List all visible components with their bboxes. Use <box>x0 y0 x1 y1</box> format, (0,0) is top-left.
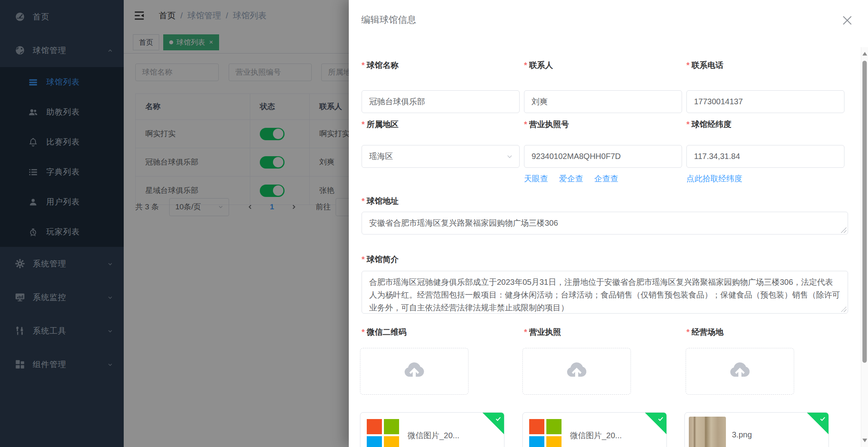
license-no-input[interactable] <box>524 145 682 168</box>
premises-upload-dropzone[interactable] <box>686 348 794 395</box>
required-mark: * <box>362 120 365 129</box>
field-label-wechat-qr: *微信二维码 <box>362 327 407 338</box>
check-icon <box>495 415 502 422</box>
tianyancha-link[interactable]: 天眼查 <box>524 173 548 184</box>
file-thumbnail <box>689 417 726 447</box>
field-label-region: *所属地区 <box>362 119 399 130</box>
aiqicha-link[interactable]: 爱企查 <box>559 173 583 184</box>
file-thumbnail <box>364 417 401 447</box>
cloud-upload-icon <box>564 359 589 384</box>
resize-handle-icon[interactable] <box>841 306 846 312</box>
required-mark: * <box>362 255 365 264</box>
required-mark: * <box>362 197 365 205</box>
drawer-scrollbar <box>861 47 868 447</box>
scroll-down-arrow[interactable] <box>862 439 867 442</box>
required-mark: * <box>686 61 690 70</box>
required-mark: * <box>686 120 690 129</box>
pick-latlng-link[interactable]: 点此拾取经纬度 <box>686 173 742 184</box>
app-root: 首页 球馆管理 球馆列表 助教列表 <box>0 0 868 447</box>
close-icon[interactable] <box>841 14 853 26</box>
business-license-upload-dropzone[interactable] <box>522 348 631 395</box>
phone-input[interactable] <box>686 90 844 113</box>
intro-textarea[interactable]: 合肥市瑶海区冠驰健身俱乐部成立于2023年05月31日，注册地位于安徽省合肥市瑶… <box>362 271 848 314</box>
uploaded-file-card[interactable]: 微信图片_20... <box>522 412 667 447</box>
resize-handle-icon[interactable] <box>841 227 846 233</box>
contact-input[interactable] <box>524 90 682 113</box>
field-label-contact: *联系人 <box>524 60 553 71</box>
uploaded-file-card[interactable]: 3.png <box>684 412 829 447</box>
field-label-latlng: *球馆经纬度 <box>686 119 732 130</box>
chevron-down-icon <box>506 153 514 161</box>
latlng-input[interactable] <box>686 145 844 168</box>
wood-photo-image <box>689 417 726 447</box>
required-mark: * <box>362 61 365 70</box>
field-label-license: *营业执照号 <box>524 119 569 130</box>
required-mark: * <box>362 328 365 336</box>
field-label-business-license: *营业执照 <box>524 327 561 338</box>
file-thumbnail <box>527 417 564 447</box>
file-name: 微信图片_20... <box>570 430 622 441</box>
required-mark: * <box>524 61 527 70</box>
cloud-upload-icon <box>402 359 427 384</box>
cloud-upload-icon <box>728 359 752 384</box>
uploaded-file-card[interactable]: 微信图片_20... <box>360 412 504 447</box>
file-name: 3.png <box>732 430 752 439</box>
license-lookup-links: 天眼查 爱企查 企查查 <box>524 173 618 184</box>
required-mark: * <box>686 328 690 336</box>
qichacha-link[interactable]: 企查查 <box>594 173 618 184</box>
region-select-value: 瑶海区 <box>369 151 393 162</box>
wechat-qr-upload-dropzone[interactable] <box>360 348 469 395</box>
venue-name-input[interactable] <box>362 90 520 113</box>
scroll-up-arrow[interactable] <box>862 52 867 56</box>
required-mark: * <box>524 328 527 336</box>
drawer-title: 编辑球馆信息 <box>361 14 416 26</box>
latlng-pick-row: 点此拾取经纬度 <box>686 173 742 184</box>
edit-venue-drawer: 编辑球馆信息 *球馆名称 *联系人 *联系电话 *所属地区 *营业执照号 *球馆… <box>349 0 868 447</box>
field-label-phone: *联系电话 <box>686 60 724 71</box>
check-icon <box>657 415 664 422</box>
field-label-address: *球馆地址 <box>362 196 399 207</box>
field-label-premises: *经营场地 <box>686 327 724 338</box>
field-label-intro: *球馆简介 <box>362 254 399 265</box>
required-mark: * <box>524 120 527 129</box>
four-square-logo-image <box>367 419 399 447</box>
address-textarea[interactable]: 安徽省合肥市瑶海区复兴路聚福家园购物广场三楼306 <box>362 212 848 234</box>
file-name: 微信图片_20... <box>407 430 459 441</box>
four-square-logo-image <box>529 419 562 447</box>
field-label-venue-name: *球馆名称 <box>362 60 399 71</box>
check-icon <box>819 415 826 422</box>
scrollbar-thumb[interactable] <box>862 61 867 363</box>
region-select[interactable]: 瑶海区 <box>362 145 520 168</box>
